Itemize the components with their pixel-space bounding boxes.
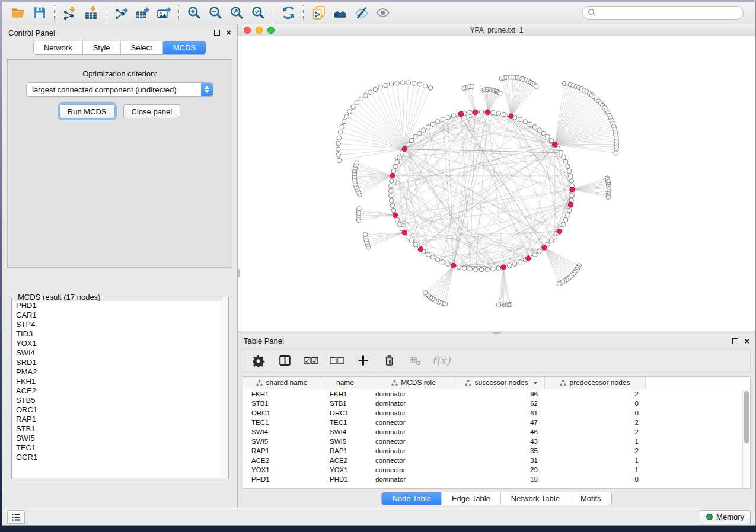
export-table-button[interactable] <box>132 4 153 22</box>
search-field <box>582 6 744 20</box>
hide-selected-button[interactable] <box>350 4 372 22</box>
settings-button[interactable] <box>251 354 266 368</box>
mcds-result-item[interactable]: GCR1 <box>12 453 228 462</box>
column-header-shared_name[interactable]: shared name <box>243 377 321 389</box>
mcds-result-item[interactable]: TID3 <box>12 329 228 339</box>
close-panel-icon[interactable]: × <box>226 30 231 36</box>
float-panel-icon[interactable] <box>214 30 220 36</box>
mcds-result-item[interactable]: YOX1 <box>12 339 228 348</box>
memory-status-dot <box>706 514 713 520</box>
table-scrollbar[interactable] <box>742 390 749 488</box>
function-builder-button: f(x) <box>434 354 448 368</box>
table-scrollbar-thumb[interactable] <box>744 391 749 443</box>
zoom-selected-button[interactable] <box>247 4 269 22</box>
mcds-result-item[interactable]: SWI4 <box>12 348 228 358</box>
task-history-button[interactable] <box>7 510 25 524</box>
table-row[interactable]: PHD1 PHD1 dominator 18 0 <box>243 475 750 484</box>
mcds-result-item[interactable]: SRD1 <box>12 358 228 367</box>
toolbar-separator <box>54 5 55 21</box>
table-row[interactable]: TEC1 TEC1 connector 47 2 <box>243 418 750 427</box>
tab-network-table[interactable]: Network Table <box>501 492 570 505</box>
close-panel-button[interactable]: Close panel <box>123 104 181 118</box>
table-row[interactable]: YOX1 YOX1 connector 29 1 <box>243 465 750 475</box>
table-row[interactable]: STB1 STB1 dominator 62 0 <box>243 399 750 408</box>
zoom-fit-icon <box>229 5 244 20</box>
mcds-result-item[interactable]: PMA2 <box>12 367 228 377</box>
tab-style[interactable]: Style <box>83 41 121 54</box>
mcds-result-item[interactable]: ORC1 <box>12 405 228 415</box>
toolbar-separator <box>178 5 179 21</box>
tab-edge-table[interactable]: Edge Table <box>442 492 501 505</box>
first-neighbors-icon <box>333 5 347 20</box>
zoom-fit-button[interactable] <box>226 4 247 22</box>
column-header-predecessor_nodes[interactable]: predecessor nodes <box>545 377 646 389</box>
mcds-result-item[interactable]: TEC1 <box>12 443 228 453</box>
run-mcds-button[interactable]: Run MCDS <box>59 104 115 118</box>
table-row[interactable]: SWI4 SWI4 dominator 46 2 <box>243 427 750 437</box>
save-button[interactable] <box>28 4 50 22</box>
mcds-list-scrollbar[interactable] <box>222 297 228 479</box>
copy-network-button[interactable] <box>308 4 329 22</box>
import-network-button[interactable] <box>59 4 80 22</box>
network-canvas[interactable] <box>238 36 755 331</box>
column-header-name[interactable]: name <box>321 377 369 389</box>
column-header-successor_nodes[interactable]: successor nodes <box>458 377 545 389</box>
zoom-out-button[interactable] <box>205 4 226 22</box>
add-button[interactable] <box>356 354 370 368</box>
close-table-panel-icon[interactable]: × <box>744 338 749 344</box>
mcds-result-item[interactable]: STP4 <box>12 320 228 329</box>
tab-select[interactable]: Select <box>121 41 163 54</box>
mcds-result-item[interactable]: FKH1 <box>12 377 228 386</box>
table-row[interactable]: ORC1 ORC1 dominator 61 0 <box>243 408 750 418</box>
table-header-row: shared namenameMCDS rolesuccessor nodesp… <box>243 377 750 389</box>
table-row[interactable]: ACE2 ACE2 connector 31 1 <box>243 456 750 465</box>
tab-mcds[interactable]: MCDS <box>163 41 206 54</box>
table-row[interactable]: FKH1 FKH1 dominator 96 2 <box>243 389 750 399</box>
sort-descending-icon <box>533 382 538 384</box>
zoom-in-button[interactable] <box>183 4 205 22</box>
delete-table-button <box>408 354 422 368</box>
delete-button[interactable] <box>382 354 396 368</box>
export-image-button[interactable] <box>153 4 174 22</box>
column-header-mcds_role[interactable]: MCDS role <box>369 377 458 389</box>
mcds-result-item[interactable]: STB5 <box>12 396 228 405</box>
export-network-button[interactable] <box>110 4 132 22</box>
add-icon <box>357 354 369 367</box>
control-panel: Control Panel × NetworkStyleSelectMCDS O… <box>2 24 238 508</box>
import-network-icon <box>62 5 77 20</box>
mcds-result-item[interactable]: CAR1 <box>12 310 228 320</box>
list-icon <box>11 512 21 523</box>
tab-motifs[interactable]: Motifs <box>570 492 611 505</box>
deselect-all-button[interactable]: ☐☐ <box>330 354 344 368</box>
delete-table-disabled-icon <box>409 354 422 367</box>
import-table-button[interactable] <box>80 4 101 22</box>
mcds-result-item[interactable]: RAP1 <box>12 415 228 424</box>
horizontal-splitter[interactable] <box>238 331 755 334</box>
tab-network[interactable]: Network <box>34 41 83 54</box>
table-row[interactable]: RAP1 RAP1 dominator 35 2 <box>243 446 750 456</box>
columns-button[interactable] <box>277 354 292 368</box>
network-view-window: YPA_prune.txt_1 <box>238 24 755 331</box>
memory-button[interactable]: Memory <box>700 510 751 524</box>
mcds-result-item[interactable]: STB1 <box>12 424 228 434</box>
table-toolbar: ☑☑☐☐f(x) <box>243 348 751 373</box>
mcds-result-list[interactable]: PHD1CAR1STP4TID3YOX1SWI4SRD1PMA2FKH1ACE2… <box>12 301 228 478</box>
table-row[interactable]: SWI5 SWI5 connector 43 1 <box>243 437 750 446</box>
first-neighbors-button[interactable] <box>329 4 350 22</box>
mcds-result-item[interactable]: SWI5 <box>12 434 228 443</box>
network-window-title: YPA_prune.txt_1 <box>238 26 755 34</box>
toolbar-separator <box>106 5 106 21</box>
open-button[interactable] <box>7 4 28 22</box>
mcds-result-item[interactable]: PHD1 <box>12 301 228 310</box>
show-all-button[interactable] <box>372 4 393 22</box>
mcds-result-item[interactable]: ACE2 <box>12 386 228 396</box>
refresh-button[interactable] <box>277 4 299 22</box>
column-namespace-icon <box>465 380 471 386</box>
select-all-button[interactable]: ☑☑ <box>304 354 318 368</box>
column-header-filler <box>646 377 750 389</box>
float-table-panel-icon[interactable] <box>732 338 738 344</box>
vertical-splitter-handle[interactable] <box>238 269 240 277</box>
tab-node-table[interactable]: Node Table <box>382 492 442 505</box>
optimization-criterion-dropdown[interactable]: largest connected component (undirected) <box>26 82 213 97</box>
search-input[interactable] <box>582 6 744 20</box>
